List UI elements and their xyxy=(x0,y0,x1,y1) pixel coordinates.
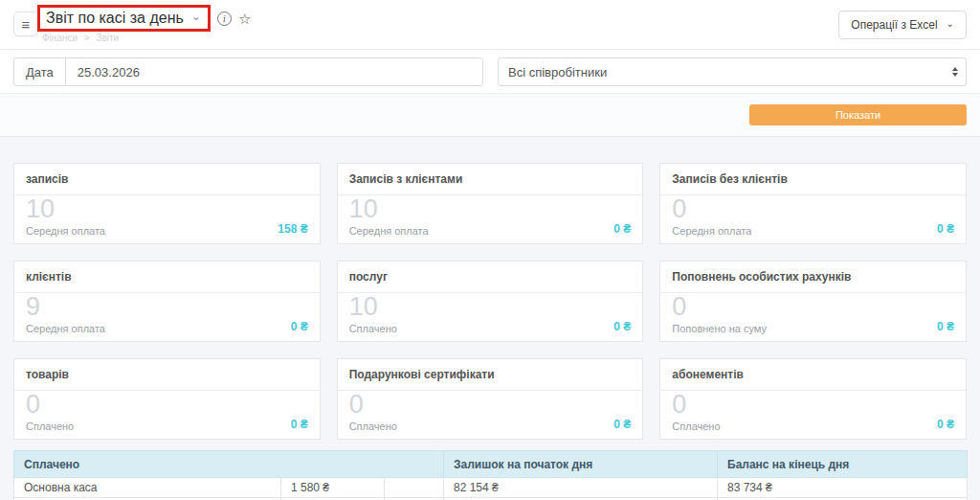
card-title: записів xyxy=(14,164,320,195)
chevron-down-icon: ⌄ xyxy=(191,11,201,22)
info-icon[interactable]: i xyxy=(217,11,232,26)
card-services: послуг 10 Сплачено 0 ₴ xyxy=(337,261,644,342)
card-count: 10 xyxy=(26,196,105,222)
card-metric-label: Середня оплата xyxy=(349,225,429,237)
hamburger-icon: ≡ xyxy=(22,16,31,33)
card-count: 0 xyxy=(672,294,767,320)
card-metric-value: 0 ₴ xyxy=(291,418,308,432)
cash-register-name: Основна каса xyxy=(14,478,281,498)
title-row: Звіт по касі за день ⌄ i ☆ xyxy=(37,5,251,32)
end-balance: 83 734 ₴ xyxy=(718,478,968,498)
chevron-down-icon: ⌄ xyxy=(947,18,954,29)
card-metric-label: Сплачено xyxy=(672,420,720,432)
action-strip: Показати xyxy=(0,94,980,137)
breadcrumb: Фінанси > Звіти xyxy=(42,33,119,43)
card-metric-value: 0 ₴ xyxy=(613,222,631,237)
cards-grid: записів 10 Середня оплата 158 ₴ Записів … xyxy=(13,163,967,440)
table-row: Основна каса 1 580 ₴ 82 154 ₴ 83 734 ₴ xyxy=(14,478,968,498)
card-metric-value: 0 ₴ xyxy=(613,418,631,432)
card-metric-label: Сплачено xyxy=(349,420,397,432)
cash-register-table: Сплачено Залишок на початок дня Баланс н… xyxy=(13,450,967,500)
top-bar: ≡ Звіт по касі за день ⌄ i ☆ Фінанси > З… xyxy=(0,0,980,50)
card-metric-label: Середня оплата xyxy=(26,323,105,334)
breadcrumb-separator: > xyxy=(84,33,90,43)
card-metric-label: Сплачено xyxy=(26,420,74,432)
card-metric-label: Середня оплата xyxy=(26,225,105,237)
card-count: 0 xyxy=(672,392,720,418)
card-title: товарів xyxy=(14,359,320,391)
card-title: Поповнень особистих рахунків xyxy=(660,261,966,293)
card-count: 9 xyxy=(26,294,105,320)
card-metric-value: 0 ₴ xyxy=(937,222,954,237)
col-header-end-balance: Баланс на кінець дня xyxy=(718,451,968,478)
card-title: абонементів xyxy=(660,359,966,391)
card-metric-label: Сплачено xyxy=(349,323,397,334)
excel-operations-button[interactable]: Операції з Excel ⌄ xyxy=(838,11,967,39)
card-count: 0 xyxy=(349,392,397,418)
card-metric-label: Поповнено на суму xyxy=(672,323,767,334)
col-header-start-balance: Залишок на початок дня xyxy=(444,451,718,478)
star-icon[interactable]: ☆ xyxy=(238,11,251,26)
show-button[interactable]: Показати xyxy=(749,104,967,125)
report-summary: записів 10 Середня оплата 158 ₴ Записів … xyxy=(0,137,980,440)
card-personal-account-topups: Поповнень особистих рахунків 0 Поповнено… xyxy=(659,261,967,342)
card-count: 10 xyxy=(349,294,397,320)
card-count: 10 xyxy=(349,196,429,222)
employees-select[interactable]: Всі співробітники xyxy=(498,57,967,86)
breadcrumb-reports[interactable]: Звіти xyxy=(96,33,119,43)
card-records-without-clients: Записів без клієнтів 0 Середня оплата 0 … xyxy=(659,163,967,244)
table-header-row: Сплачено Залишок на початок дня Баланс н… xyxy=(14,451,968,478)
card-memberships: абонементів 0 Сплачено 0 ₴ xyxy=(659,358,967,440)
report-selector[interactable]: Звіт по касі за день ⌄ xyxy=(37,5,211,32)
page-title: Звіт по касі за день xyxy=(46,11,184,26)
hamburger-menu-button[interactable]: ≡ xyxy=(13,11,38,36)
date-label: Дата xyxy=(14,58,66,85)
card-count: 0 xyxy=(26,392,74,418)
card-metric-value: 158 ₴ xyxy=(278,222,307,237)
breadcrumb-finances[interactable]: Фінанси xyxy=(42,33,78,43)
card-metric-value: 0 ₴ xyxy=(937,418,954,432)
filters-row: Дата Всі співробітники xyxy=(0,50,980,94)
card-metric-value: 0 ₴ xyxy=(291,320,308,334)
empty-cell xyxy=(385,478,444,498)
card-count: 0 xyxy=(672,196,751,222)
date-field-group: Дата xyxy=(13,57,483,86)
date-input[interactable] xyxy=(66,58,482,85)
card-records: записів 10 Середня оплата 158 ₴ xyxy=(13,163,321,244)
excel-operations-label: Операції з Excel xyxy=(851,18,937,32)
card-goods: товарів 0 Сплачено 0 ₴ xyxy=(13,358,321,440)
card-title: Записів з клієнтами xyxy=(338,164,643,195)
start-balance: 82 154 ₴ xyxy=(444,478,718,498)
card-records-with-clients: Записів з клієнтами 10 Середня оплата 0 … xyxy=(337,163,644,244)
card-metric-label: Середня оплата xyxy=(672,225,751,237)
card-gift-certificates: Подарункові сертифікати 0 Сплачено 0 ₴ xyxy=(337,358,644,440)
card-title: клієнтів xyxy=(14,261,320,293)
card-title: Подарункові сертифікати xyxy=(338,359,643,391)
select-stepper-icon xyxy=(952,67,958,77)
paid-amount: 1 580 ₴ xyxy=(281,478,385,498)
card-title: послуг xyxy=(338,261,643,293)
employees-selected-value: Всі співробітники xyxy=(508,65,607,80)
card-clients: клієнтів 9 Середня оплата 0 ₴ xyxy=(13,261,321,342)
card-metric-value: 0 ₴ xyxy=(937,320,954,334)
card-title: Записів без клієнтів xyxy=(660,164,966,195)
col-header-paid: Сплачено xyxy=(14,451,444,478)
card-metric-value: 0 ₴ xyxy=(613,320,631,334)
